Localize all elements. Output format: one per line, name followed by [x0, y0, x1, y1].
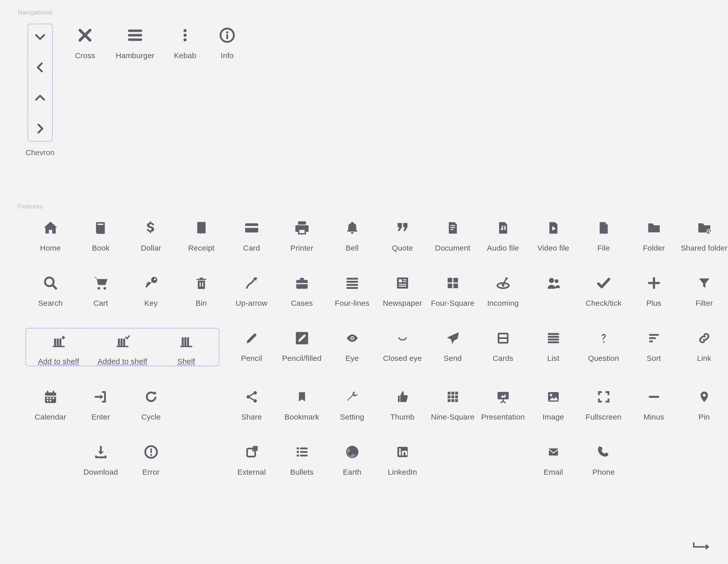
- kebab-icon: [174, 24, 197, 47]
- key-label: Key: [144, 299, 157, 308]
- svg-rect-72: [498, 392, 509, 399]
- file-icon: [593, 218, 614, 238]
- newspaper-icon: [392, 273, 413, 293]
- folder-cell: Folder: [629, 218, 679, 252]
- svg-rect-87: [549, 448, 558, 456]
- svg-rect-5: [226, 34, 228, 39]
- svg-point-11: [709, 230, 711, 232]
- chevron-label: Chevron: [26, 148, 54, 157]
- download-label: Download: [83, 468, 118, 476]
- chevron-left-icon: [33, 60, 47, 75]
- bullets-cell: Bullets: [277, 442, 327, 476]
- download-cell: Download: [76, 442, 126, 476]
- incoming-label: Incoming: [487, 299, 519, 308]
- fullscreen-cell: Fullscreen: [579, 387, 628, 421]
- svg-point-2: [184, 38, 187, 41]
- bookmark-icon: [292, 387, 312, 407]
- svg-point-61: [246, 395, 250, 399]
- svg-rect-20: [296, 283, 308, 284]
- email-icon: [543, 442, 564, 462]
- svg-rect-28: [453, 278, 458, 283]
- svg-rect-53: [47, 391, 48, 394]
- pin-cell: Pin: [679, 387, 728, 421]
- cases-label: Cases: [291, 299, 313, 308]
- cross-icon: [74, 24, 96, 47]
- presentation-cell: Presentation: [478, 387, 528, 421]
- enter-icon: [91, 387, 111, 407]
- book-cell: Book: [76, 218, 126, 252]
- email-label: Email: [543, 468, 563, 476]
- svg-rect-68: [455, 395, 458, 398]
- shelf-label: Shelf: [177, 357, 195, 366]
- calendar-icon: [40, 387, 61, 407]
- earth-icon: [342, 442, 362, 462]
- svg-point-34: [555, 279, 559, 283]
- svg-rect-19: [296, 280, 308, 289]
- svg-rect-6: [98, 224, 103, 225]
- chevron-dashed-box: [28, 24, 53, 142]
- audio-file-icon: [493, 218, 513, 238]
- nine-square-icon: [443, 387, 463, 407]
- hamburger-label: Hamburger: [116, 51, 154, 60]
- svg-rect-77: [150, 448, 152, 453]
- pencil-icon: [241, 328, 262, 348]
- question-cell: Question: [579, 328, 628, 366]
- pencil-filled-label: Pencil/filled: [282, 354, 321, 363]
- svg-rect-30: [453, 284, 458, 288]
- svg-point-81: [297, 451, 299, 453]
- chevron-down-icon: [33, 29, 47, 44]
- svg-point-4: [226, 31, 228, 34]
- svg-rect-71: [455, 399, 458, 402]
- setting-cell: Setting: [327, 387, 377, 421]
- fullscreen-icon: [593, 387, 614, 407]
- svg-rect-59: [50, 400, 51, 401]
- book-label: Book: [92, 244, 110, 252]
- linkedin-label: LinkedIn: [388, 468, 417, 476]
- closed-eye-icon: [392, 328, 413, 348]
- email-cell: Email: [528, 442, 578, 476]
- svg-rect-41: [123, 339, 125, 346]
- setting-icon: [342, 387, 362, 407]
- svg-rect-86: [399, 451, 401, 456]
- link-cell: Link: [679, 328, 728, 366]
- book-icon: [91, 218, 111, 238]
- info-cell: Info: [216, 24, 239, 60]
- svg-rect-27: [447, 278, 452, 283]
- svg-rect-54: [53, 391, 54, 394]
- receipt-cell: Receipt: [176, 218, 226, 252]
- svg-rect-56: [50, 397, 51, 399]
- home-cell: Home: [26, 218, 75, 252]
- added-to-shelf-label: Added to shelf: [98, 357, 147, 366]
- empty-r5c9: [428, 442, 478, 476]
- svg-rect-52: [45, 396, 56, 397]
- svg-rect-17: [200, 283, 201, 287]
- added-to-shelf-icon: [112, 331, 133, 351]
- svg-rect-57: [53, 397, 54, 399]
- filter-cell: Filter: [679, 273, 728, 308]
- setting-label: Setting: [340, 413, 364, 421]
- phone-cell: Phone: [579, 442, 628, 476]
- newspaper-cell: Newspaper: [378, 273, 427, 308]
- cart-cell: Cart: [76, 273, 126, 308]
- eye-cell: Eye: [327, 328, 377, 366]
- svg-rect-63: [447, 392, 450, 395]
- bell-label: Bell: [346, 244, 359, 252]
- svg-rect-42: [116, 346, 128, 347]
- svg-point-78: [150, 454, 152, 456]
- svg-rect-22: [399, 279, 402, 283]
- svg-point-14: [103, 287, 106, 290]
- svg-point-62: [253, 399, 257, 403]
- shared-folder-icon: [694, 218, 714, 238]
- video-file-icon: [543, 218, 564, 238]
- cycle-label: Cycle: [141, 413, 161, 421]
- printer-icon: [292, 218, 312, 238]
- bin-label: Bin: [196, 299, 207, 308]
- presentation-icon: [493, 387, 513, 407]
- fullscreen-label: Fullscreen: [586, 413, 621, 421]
- four-square-label: Four-Square: [431, 299, 475, 308]
- enter-cell: Enter: [76, 387, 126, 421]
- check-cell: Check/tick: [579, 273, 628, 308]
- svg-rect-38: [53, 346, 65, 347]
- cart-label: Cart: [93, 299, 108, 308]
- folder-label: Folder: [643, 244, 665, 252]
